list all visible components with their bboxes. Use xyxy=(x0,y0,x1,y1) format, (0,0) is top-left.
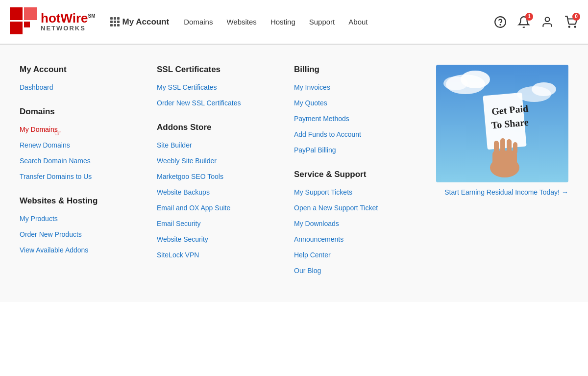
col1-heading: My Account xyxy=(20,65,147,75)
svg-rect-3 xyxy=(24,22,30,27)
col2-section2-heading: Addons Store xyxy=(157,123,284,132)
nav-hosting[interactable]: Hosting xyxy=(270,18,295,26)
link-my-ssl[interactable]: My SSL Certificates xyxy=(157,83,284,91)
link-sitelock-vpn[interactable]: SiteLock VPN xyxy=(157,251,284,259)
svg-point-12 xyxy=(443,76,468,90)
header-actions: 1 0 xyxy=(493,15,578,29)
link-search-domain-names[interactable]: Search Domain Names xyxy=(20,157,147,165)
link-support-tickets[interactable]: My Support Tickets xyxy=(294,188,421,196)
link-my-invoices[interactable]: My Invoices xyxy=(294,83,421,91)
link-new-support-ticket[interactable]: Open a New Support Ticket xyxy=(294,204,421,212)
nav-websites[interactable]: Websites xyxy=(226,18,256,26)
link-dashboard[interactable]: Dashboard xyxy=(20,83,147,91)
col1-section3-heading: Websites & Hosting xyxy=(20,196,147,206)
col-ssl: SSL Certificates My SSL Certificates Ord… xyxy=(157,65,294,282)
link-our-blog[interactable]: Our Blog xyxy=(294,267,421,275)
promo-column: Get Paid To Share Start Earning Residual… xyxy=(431,65,568,282)
arrow-right-icon: → xyxy=(562,188,568,196)
svg-rect-22 xyxy=(507,139,512,153)
svg-rect-1 xyxy=(24,7,37,20)
nav-support[interactable]: Support xyxy=(309,18,335,26)
col-my-account: My Account Dashboard Domains My Domains … xyxy=(20,65,157,282)
link-my-domains[interactable]: My Domains ☞ xyxy=(20,125,147,133)
user-icon[interactable] xyxy=(540,15,555,29)
header: hotWireSM NETWORKS My Account Domains We… xyxy=(0,0,588,44)
link-payment-methods[interactable]: Payment Methods xyxy=(294,115,421,123)
notification-badge: 1 xyxy=(525,13,533,21)
logo-text: hotWireSM NETWORKS xyxy=(41,12,96,32)
link-website-security[interactable]: Website Security xyxy=(157,235,284,243)
grid-icon xyxy=(110,17,120,26)
link-view-available-addons[interactable]: View Available Addons xyxy=(20,246,147,254)
promo-link[interactable]: Start Earning Residual Income Today! → xyxy=(444,188,568,196)
col3-heading: Billing xyxy=(294,65,421,75)
svg-point-14 xyxy=(532,82,556,96)
link-marketgoo[interactable]: Marketgoo SEO Tools xyxy=(157,173,284,180)
cart-badge: 0 xyxy=(572,13,580,21)
nav-domains[interactable]: Domains xyxy=(184,18,213,26)
link-my-downloads[interactable]: My Downloads xyxy=(294,220,421,227)
link-weebly[interactable]: Weebly Site Builder xyxy=(157,157,284,165)
link-paypal-billing[interactable]: PayPal Billing xyxy=(294,146,421,154)
cart-icon[interactable]: 0 xyxy=(564,15,578,29)
link-email-ox[interactable]: Email and OX App Suite xyxy=(157,204,284,212)
notifications-icon[interactable]: 1 xyxy=(516,15,531,29)
link-announcements[interactable]: Announcements xyxy=(294,235,421,243)
col2-heading: SSL Certificates xyxy=(157,65,284,75)
my-account-button[interactable]: My Account xyxy=(110,17,170,27)
link-my-products[interactable]: My Products xyxy=(20,215,147,223)
link-renew-domains[interactable]: Renew Domains xyxy=(20,141,147,149)
svg-rect-2 xyxy=(10,22,23,34)
logo[interactable]: hotWireSM NETWORKS xyxy=(10,7,96,37)
dropdown-menu: My Account Dashboard Domains My Domains … xyxy=(0,44,588,302)
svg-point-6 xyxy=(545,17,550,22)
svg-rect-20 xyxy=(494,141,499,154)
link-order-new-products[interactable]: Order New Products xyxy=(20,230,147,238)
link-site-builder[interactable]: Site Builder xyxy=(157,141,284,149)
col3-section2-heading: Service & Support xyxy=(294,170,421,179)
svg-point-7 xyxy=(569,26,570,27)
svg-rect-23 xyxy=(513,142,517,154)
help-icon[interactable] xyxy=(493,15,508,29)
link-help-center[interactable]: Help Center xyxy=(294,251,421,259)
svg-rect-0 xyxy=(10,7,23,20)
col1-section2-heading: Domains xyxy=(20,107,147,117)
nav-about[interactable]: About xyxy=(348,18,368,26)
link-transfer-domains[interactable]: Transfer Domains to Us xyxy=(20,173,147,180)
main-nav: Domains Websites Hosting Support About xyxy=(184,18,493,26)
link-order-ssl[interactable]: Order New SSL Certificates xyxy=(157,99,284,107)
link-add-funds[interactable]: Add Funds to Account xyxy=(294,130,421,138)
link-my-quotes[interactable]: My Quotes xyxy=(294,99,421,107)
svg-rect-21 xyxy=(500,138,505,153)
col-billing: Billing My Invoices My Quotes Payment Me… xyxy=(294,65,431,282)
promo-image: Get Paid To Share xyxy=(436,65,568,182)
svg-point-8 xyxy=(575,26,576,27)
link-website-backups[interactable]: Website Backups xyxy=(157,188,284,196)
link-email-security[interactable]: Email Security xyxy=(157,220,284,227)
